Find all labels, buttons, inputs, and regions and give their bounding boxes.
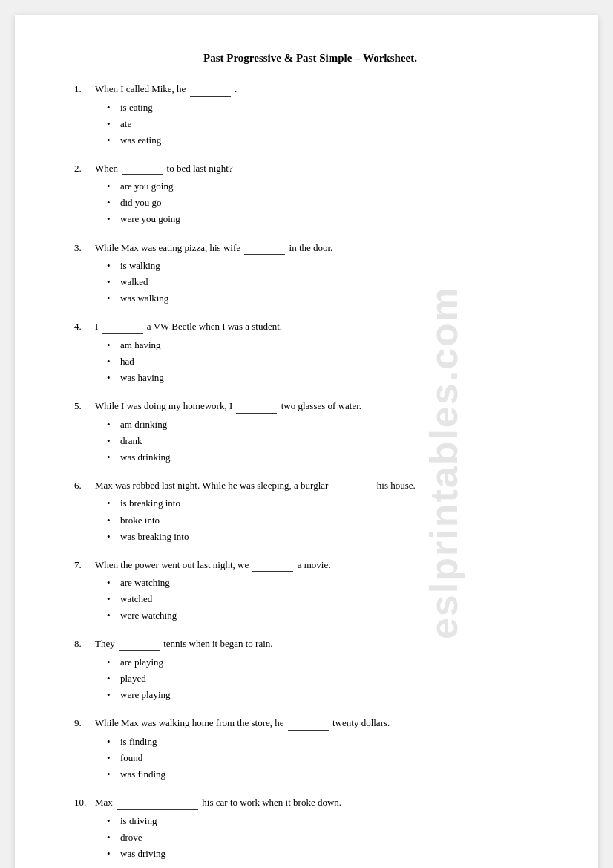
question-block-7: 7.When the power went out last night, we… — [74, 557, 546, 624]
question-line-6: 6.Max was robbed last night. While he wa… — [74, 477, 546, 493]
option-8-3: were playing — [107, 687, 546, 703]
question-number-5: 5. — [74, 400, 95, 412]
question-blank-9 — [288, 715, 329, 731]
question-line-9: 9.While Max was walking home from the st… — [74, 715, 546, 731]
option-2-3: were you going — [107, 211, 546, 227]
question-number-6: 6. — [74, 480, 95, 492]
question-line-2: 2.When to bed last night? — [74, 160, 546, 176]
question-block-1: 1.When I called Mike, he .is eatingatewa… — [74, 81, 546, 149]
question-line-7: 7.When the power went out last night, we… — [74, 557, 546, 572]
option-9-3: was finding — [107, 766, 546, 783]
option-1-3: was eating — [107, 132, 546, 149]
question-text-1: When I called Mike, he . — [95, 81, 237, 97]
option-9-1: is finding — [107, 734, 546, 750]
question-blank-3 — [244, 240, 285, 255]
option-6-1: is breaking into — [107, 495, 546, 512]
question-blank-5 — [236, 398, 277, 414]
question-blank-4 — [102, 319, 143, 334]
question-block-5: 5.While I was doing my homework, I two g… — [74, 398, 546, 466]
option-5-1: am drinking — [107, 417, 546, 433]
option-2-1: are you going — [107, 178, 546, 195]
question-number-10: 10. — [74, 797, 95, 809]
options-list-5: am drinkingdrankwas drinking — [107, 417, 546, 466]
question-line-8: 8.They tennis when it began to rain. — [74, 636, 546, 651]
options-list-4: am havinghadwas having — [107, 337, 546, 386]
question-line-1: 1.When I called Mike, he . — [74, 81, 546, 97]
option-8-1: are playing — [107, 654, 546, 670]
question-text-9: While Max was walking home from the stor… — [95, 715, 390, 731]
option-3-1: is walking — [107, 258, 546, 274]
option-5-3: was drinking — [107, 449, 546, 466]
question-number-1: 1. — [74, 83, 95, 95]
question-line-10: 10.Max his car to work when it broke dow… — [74, 794, 546, 810]
options-list-10: is drivingdrovewas driving — [107, 813, 546, 862]
question-number-4: 4. — [74, 321, 95, 333]
option-5-2: drank — [107, 433, 546, 449]
option-7-3: were watching — [107, 607, 546, 624]
question-text-2: When to bed last night? — [95, 160, 233, 176]
option-6-2: broke into — [107, 512, 546, 529]
option-10-1: is driving — [107, 813, 546, 829]
options-list-3: is walkingwalkedwas walking — [107, 258, 546, 307]
question-number-8: 8. — [74, 638, 95, 650]
question-text-5: While I was doing my homework, I two gla… — [95, 398, 361, 414]
options-list-2: are you goingdid you gowere you going — [107, 178, 546, 227]
question-block-2: 2.When to bed last night?are you goingdi… — [74, 160, 546, 228]
question-text-8: They tennis when it began to rain. — [95, 636, 273, 651]
question-blank-8 — [119, 636, 160, 651]
question-text-7: When the power went out last night, we a… — [95, 557, 331, 572]
option-10-2: drove — [107, 829, 546, 846]
option-3-2: walked — [107, 274, 546, 290]
option-7-2: watched — [107, 591, 546, 607]
question-text-4: I a VW Beetle when I was a student. — [95, 319, 282, 334]
option-1-1: is eating — [107, 99, 546, 116]
question-line-3: 3.While Max was eating pizza, his wife i… — [74, 240, 546, 255]
question-block-8: 8.They tennis when it began to rain.are … — [74, 636, 546, 703]
option-1-2: ate — [107, 116, 546, 132]
option-3-3: was walking — [107, 290, 546, 307]
question-block-10: 10.Max his car to work when it broke dow… — [74, 794, 546, 862]
option-9-2: found — [107, 750, 546, 766]
question-blank-10 — [117, 794, 198, 810]
option-6-3: was breaking into — [107, 529, 546, 545]
question-blank-6 — [332, 477, 373, 493]
question-block-9: 9.While Max was walking home from the st… — [74, 715, 546, 783]
question-line-4: 4.I a VW Beetle when I was a student. — [74, 319, 546, 334]
page-title: Past Progressive & Past Simple – Workshe… — [74, 52, 546, 65]
options-list-6: is breaking intobroke intowas breaking i… — [107, 495, 546, 544]
question-number-9: 9. — [74, 717, 95, 729]
option-7-1: are watching — [107, 575, 546, 591]
question-number-3: 3. — [74, 242, 95, 254]
question-number-2: 2. — [74, 163, 95, 174]
options-list-1: is eatingatewas eating — [107, 99, 546, 149]
options-list-9: is findingfoundwas finding — [107, 734, 546, 783]
options-list-7: are watchingwatchedwere watching — [107, 575, 546, 624]
option-4-2: had — [107, 353, 546, 370]
question-text-3: While Max was eating pizza, his wife in … — [95, 240, 332, 255]
question-blank-1 — [190, 81, 231, 97]
option-10-3: was driving — [107, 846, 546, 862]
question-number-7: 7. — [74, 559, 95, 571]
question-block-3: 3.While Max was eating pizza, his wife i… — [74, 240, 546, 307]
questions-container: 1.When I called Mike, he .is eatingatewa… — [74, 81, 546, 862]
question-text-6: Max was robbed last night. While he was … — [95, 477, 416, 493]
option-8-2: played — [107, 670, 546, 687]
question-text-10: Max his car to work when it broke down. — [95, 794, 341, 810]
question-block-4: 4.I a VW Beetle when I was a student.am … — [74, 319, 546, 386]
option-2-2: did you go — [107, 195, 546, 211]
question-blank-7 — [252, 557, 293, 572]
question-line-5: 5.While I was doing my homework, I two g… — [74, 398, 546, 414]
worksheet-page: eslprintables.com Past Progressive & Pas… — [15, 15, 598, 868]
options-list-8: are playingplayedwere playing — [107, 654, 546, 703]
question-block-6: 6.Max was robbed last night. While he wa… — [74, 477, 546, 545]
question-blank-2 — [122, 160, 163, 176]
option-4-3: was having — [107, 370, 546, 386]
option-4-1: am having — [107, 337, 546, 353]
